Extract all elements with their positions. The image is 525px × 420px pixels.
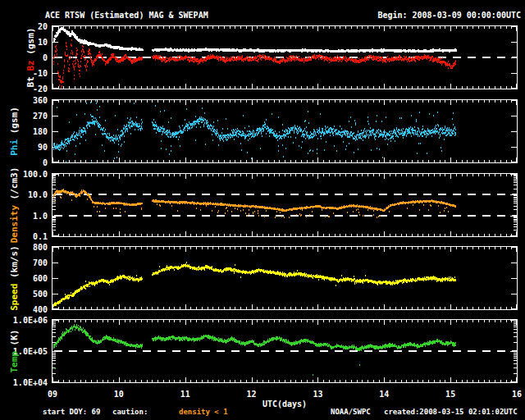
y-axis-title-part: Bz [25,60,36,71]
y-axis-title-part: (K) [9,330,20,352]
begin-timestamp: Begin: 2008-03-09 00:00:00UTC [377,11,521,20]
y-axis-title-part: (gsm) [9,107,20,139]
x-tick-label: 09 [36,390,69,399]
panel-phi [52,99,518,163]
panel-density-canvas [52,174,517,236]
y-axis-title-part: (gsm) [25,28,36,61]
y-axis-title-part: Temp [9,351,20,373]
x-tick-label: 10 [103,390,135,399]
panel-phi-canvas [52,100,517,162]
y-axis-title-part: (/cm3) [9,167,20,205]
footer-agency: NOAA/SWPC [331,408,371,416]
x-tick-label: 12 [235,390,268,399]
y-axis-title-part: (km/s) [9,245,20,283]
y-tick-label-mag: 10 [2,38,48,47]
y-tick-label-mag: 20 [2,22,48,31]
footer-start-doy: start DOY: 69 [43,408,100,416]
panel-temp-canvas [52,320,517,382]
plot-title: ACE RTSW (Estimated) MAG & SWEPAM [45,11,208,20]
y-axis-title-part: Bt [25,71,36,88]
ace-rtsw-plot: ACE RTSW (Estimated) MAG & SWEPAM Begin:… [0,0,525,420]
y-axis-title-temp: Temp (K) [9,290,21,413]
panel-mag [52,25,518,89]
panel-density [52,173,518,237]
panel-temp [52,319,518,383]
y-tick-label-mag: 0 [2,53,48,62]
x-tick-label: 14 [368,390,400,399]
footer-caution-label: caution: [112,408,148,416]
panel-speed-canvas [52,247,517,309]
panel-speed [52,246,518,310]
x-tick-label: 15 [434,390,467,399]
x-tick-label: 11 [169,390,202,399]
x-tick-label: 16 [500,390,525,399]
panel-mag-canvas [52,26,517,89]
footer-created-timestamp: created:2008-03-15 02:01:02UTC [384,408,518,416]
x-tick-label: 13 [301,390,334,399]
footer-caution-value: density < 1 [179,408,228,416]
